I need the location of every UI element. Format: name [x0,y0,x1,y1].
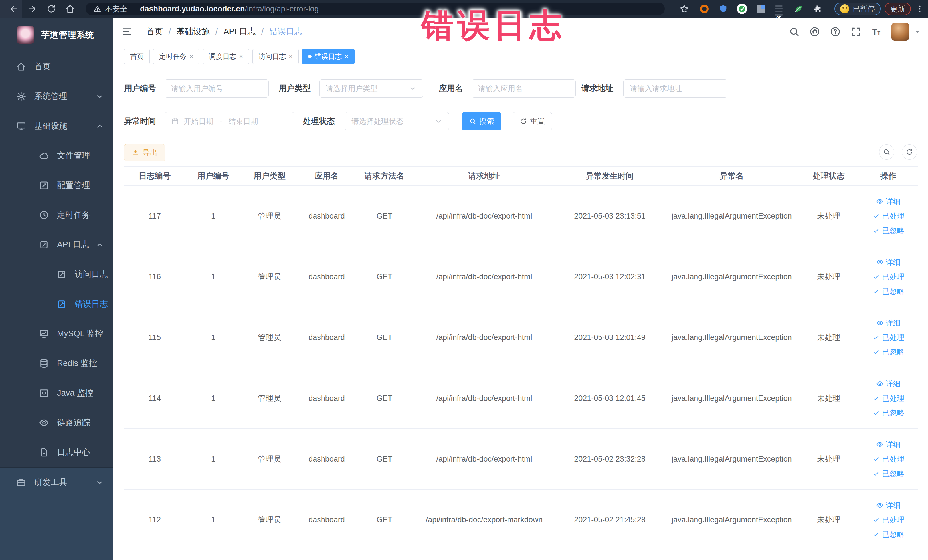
svg-text:T: T [877,30,881,36]
sidebar-item-log-center[interactable]: 日志中心 [0,438,113,467]
sidebar-logo[interactable]: 芋道管理系统 [0,18,113,52]
date-range-picker[interactable]: 开始日期 - 结束日期 [165,112,295,130]
refresh-table-button[interactable] [902,144,917,160]
action-label: 已处理 [882,454,904,464]
tab-首页[interactable]: 首页 [124,49,150,64]
cell-app-name: dashboard [298,272,355,281]
ext-orange-ring[interactable] [699,3,710,15]
action-已处理[interactable]: 已处理 [872,333,904,343]
browser-home-button[interactable] [56,4,75,14]
action-已处理[interactable]: 已处理 [872,454,904,464]
action-已处理[interactable]: 已处理 [872,515,904,525]
tab-错误日志[interactable]: 错误日志× [302,49,355,64]
tab-定时任务[interactable]: 定时任务× [153,49,199,64]
app-name-placeholder: 请输入应用名 [478,84,523,93]
sidebar-item-infra[interactable]: 基础设施 [0,111,113,141]
sidebar-item-api-log[interactable]: API 日志 [0,230,113,259]
ext-grid[interactable] [755,3,766,15]
cell-user-type: 管理员 [241,515,298,525]
action-已忽略[interactable]: 已忽略 [872,469,904,479]
action-已忽略[interactable]: 已忽略 [872,408,904,418]
breadcrumb-item[interactable]: API 日志 [223,26,256,37]
browser-reload-button[interactable] [38,4,56,14]
action-已处理[interactable]: 已处理 [872,394,904,403]
action-已处理[interactable]: 已处理 [872,211,904,221]
process-status-placeholder: 请选择处理状态 [351,116,403,127]
user-type-select[interactable]: 请选择用户类型 [319,79,423,98]
action-label: 详细 [886,197,901,206]
sidebar-item-dev-tool[interactable]: 研发工具 [0,468,113,497]
browser-menu-icon[interactable] [916,5,924,13]
breadcrumb-item[interactable]: 基础设施 [177,26,210,37]
req-url-input[interactable]: 请输入请求地址 [623,79,728,98]
range-separator: - [220,117,222,126]
action-详细[interactable]: 详细 [876,318,901,328]
sidebar-item-trace[interactable]: 链路追踪 [0,408,113,438]
browser-forward-button[interactable] [19,4,38,14]
topbar-github-button[interactable] [809,26,820,37]
sidebar-item-system[interactable]: 系统管理 [0,82,113,111]
sidebar-item-java[interactable]: Java 监控 [0,378,113,408]
sidebar-item-mysql[interactable]: MySQL 监控 [0,319,113,349]
tab-close-icon[interactable]: × [289,52,293,61]
sidebar-item-error-log[interactable]: 错误日志 [0,289,113,319]
action-详细[interactable]: 详细 [876,500,901,510]
export-button[interactable]: 导出 [124,144,165,161]
topbar-help-button[interactable] [830,26,841,37]
cell-exception-name: java.lang.IllegalArgumentException [665,394,799,403]
ext-leaf[interactable] [793,3,804,15]
tab-close-icon[interactable]: × [345,52,349,61]
toggle-search-button[interactable] [879,144,894,160]
topbar-search-button[interactable] [789,26,800,37]
action-详细[interactable]: 详细 [876,439,901,450]
sidebar-item-job[interactable]: 定时任务 [0,200,113,230]
tab-close-icon[interactable]: × [189,52,194,61]
action-详细[interactable]: 详细 [876,197,901,206]
topbar-fullscreen-button[interactable] [850,26,861,37]
security-warning-icon[interactable] [93,5,102,13]
search-button[interactable]: 搜索 [462,112,501,130]
sidebar-item-home[interactable]: 首页 [0,52,113,82]
tab-label: 访问日志 [258,52,286,61]
sidebar-item-redis[interactable]: Redis 监控 [0,349,113,378]
hamburger-icon[interactable] [121,26,133,37]
breadcrumb-item[interactable]: 首页 [147,26,163,37]
process-status-select[interactable]: 请选择处理状态 [345,112,449,130]
address-bar[interactable]: 不安全 dashboard.yudao.iocoder.cn/infra/log… [85,3,665,15]
sidebar-item-access-log[interactable]: 访问日志 [0,259,113,289]
column-header: 操作 [859,171,918,182]
action-已处理[interactable]: 已处理 [872,272,904,282]
action-已忽略[interactable]: 已忽略 [872,347,904,357]
caret-down-icon[interactable] [914,28,921,35]
search-icon [883,148,890,156]
ext-puzzle[interactable] [812,3,823,15]
sidebar-item-config[interactable]: 配置管理 [0,171,113,200]
action-详细[interactable]: 详细 [876,379,901,389]
action-详细[interactable]: 详细 [876,257,901,267]
tags-view-bar: 首页定时任务×调度日志×访问日志×错误日志× [113,46,928,67]
topbar-font-size-button[interactable]: TT [871,26,882,37]
download-icon [132,149,139,156]
tab-访问日志[interactable]: 访问日志× [252,49,299,64]
ext-green-check[interactable] [736,3,748,15]
reset-button[interactable]: 重置 [513,112,552,130]
app-name-input[interactable]: 请输入应用名 [472,79,576,98]
monitor-icon [16,121,26,131]
cell-exception-time: 2021-05-03 23:13:51 [555,212,665,221]
action-已忽略[interactable]: 已忽略 [872,529,904,539]
process-status-label: 处理状态 [303,116,335,127]
bookmark-star-icon[interactable] [679,4,689,14]
browser-back-button[interactable] [0,4,19,14]
update-chrome-badge[interactable]: 更新 [885,3,911,15]
paused-extension-badge[interactable]: 已暂停 [835,3,881,15]
user-id-input[interactable]: 请输入用户编号 [165,79,269,98]
tab-close-icon[interactable]: × [239,52,243,61]
action-已忽略[interactable]: 已忽略 [872,287,904,296]
ext-on-badge-icon: on [774,3,785,15]
ext-blue-shield[interactable] [717,3,729,15]
sidebar-item-file[interactable]: 文件管理 [0,141,113,171]
ext-on-badge[interactable]: on [774,3,785,15]
tab-调度日志[interactable]: 调度日志× [203,49,249,64]
user-avatar[interactable] [891,23,909,41]
action-已忽略[interactable]: 已忽略 [872,226,904,236]
